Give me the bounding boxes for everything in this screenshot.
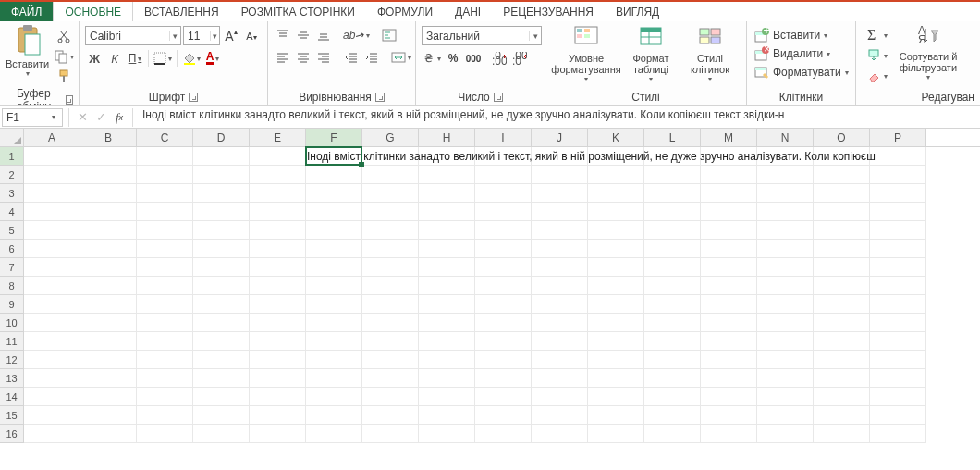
column-header[interactable]: M <box>701 129 757 146</box>
tab-formulas[interactable]: ФОРМУЛИ <box>366 2 444 21</box>
cell[interactable] <box>475 277 532 295</box>
column-header[interactable]: A <box>24 129 80 146</box>
tab-home[interactable]: ОСНОВНЕ <box>53 2 133 21</box>
cell[interactable] <box>362 425 419 443</box>
increase-font-button[interactable]: A▴ <box>222 27 240 45</box>
cell[interactable] <box>475 203 532 221</box>
cell[interactable] <box>80 166 137 184</box>
column-header[interactable]: D <box>193 129 250 146</box>
accounting-format-button[interactable]: ₴▾ <box>422 49 442 68</box>
cell[interactable] <box>870 406 926 425</box>
cell[interactable] <box>701 314 757 332</box>
cell[interactable] <box>419 425 475 443</box>
cell[interactable] <box>475 295 532 314</box>
cell[interactable] <box>870 258 926 277</box>
cell[interactable] <box>644 166 701 184</box>
cell[interactable] <box>80 351 137 369</box>
column-header[interactable]: B <box>80 129 137 146</box>
row-header[interactable]: 13 <box>0 369 24 388</box>
cell[interactable] <box>24 388 80 406</box>
cell[interactable] <box>193 166 250 184</box>
cell[interactable] <box>757 406 814 425</box>
cell[interactable] <box>24 332 80 351</box>
cell[interactable] <box>137 221 193 240</box>
cell[interactable] <box>306 314 362 332</box>
cell[interactable] <box>306 240 362 258</box>
cell[interactable] <box>814 166 870 184</box>
cell[interactable] <box>870 277 926 295</box>
cell[interactable] <box>532 258 588 277</box>
cell[interactable] <box>193 406 250 425</box>
tab-layout[interactable]: РОЗМІТКА СТОРІНКИ <box>230 2 366 21</box>
cell[interactable] <box>644 184 701 203</box>
cell[interactable] <box>419 277 475 295</box>
cell[interactable] <box>137 240 193 258</box>
cell[interactable] <box>644 277 701 295</box>
cell[interactable] <box>24 406 80 425</box>
cell[interactable] <box>250 406 306 425</box>
cell[interactable] <box>419 369 475 388</box>
cell[interactable] <box>193 425 250 443</box>
cell[interactable] <box>644 351 701 369</box>
cell[interactable] <box>193 203 250 221</box>
cell[interactable] <box>362 351 419 369</box>
cell[interactable] <box>814 184 870 203</box>
cell[interactable] <box>475 221 532 240</box>
row-header[interactable]: 9 <box>0 295 24 314</box>
cell[interactable] <box>419 406 475 425</box>
tab-data[interactable]: ДАНІ <box>444 2 492 21</box>
cell[interactable] <box>362 295 419 314</box>
cell-styles-button[interactable]: Стилі клітинок▾ <box>680 23 740 83</box>
cell[interactable] <box>814 295 870 314</box>
number-format-combo[interactable]: ▾ <box>422 26 542 45</box>
conditional-formatting-button[interactable]: Умовне форматування▾ <box>551 23 621 83</box>
cell[interactable] <box>814 332 870 351</box>
cell[interactable] <box>419 166 475 184</box>
cell[interactable] <box>193 240 250 258</box>
cell[interactable] <box>24 425 80 443</box>
column-header[interactable]: I <box>475 129 532 146</box>
align-middle-button[interactable] <box>294 26 312 44</box>
cell[interactable] <box>475 332 532 351</box>
cell[interactable] <box>80 332 137 351</box>
cell[interactable] <box>24 351 80 369</box>
cell[interactable] <box>362 332 419 351</box>
cell[interactable] <box>701 203 757 221</box>
cell[interactable] <box>250 277 306 295</box>
cell[interactable] <box>532 332 588 351</box>
cell[interactable] <box>814 406 870 425</box>
cell[interactable] <box>532 184 588 203</box>
cell[interactable] <box>588 295 644 314</box>
cell[interactable] <box>588 425 644 443</box>
cell[interactable] <box>870 425 926 443</box>
cell[interactable] <box>306 406 362 425</box>
cell[interactable] <box>306 221 362 240</box>
cell[interactable] <box>306 184 362 203</box>
decrease-font-button[interactable]: A▾ <box>242 27 261 45</box>
cell[interactable] <box>193 314 250 332</box>
cell[interactable] <box>80 258 137 277</box>
cell[interactable] <box>362 221 419 240</box>
cell[interactable] <box>870 351 926 369</box>
cell[interactable] <box>475 258 532 277</box>
tab-file[interactable]: ФАЙЛ <box>0 2 53 21</box>
cell[interactable] <box>532 425 588 443</box>
format-as-table-button[interactable]: Формат таблиці▾ <box>621 23 680 83</box>
cell[interactable] <box>362 277 419 295</box>
cell[interactable] <box>362 369 419 388</box>
cell[interactable] <box>306 369 362 388</box>
cell[interactable] <box>306 332 362 351</box>
cell[interactable] <box>419 351 475 369</box>
copy-button[interactable]: ▾ <box>53 47 75 66</box>
cell[interactable] <box>24 184 80 203</box>
row-header[interactable]: 5 <box>0 221 24 240</box>
cell[interactable] <box>362 314 419 332</box>
format-painter-button[interactable] <box>53 68 75 86</box>
fill-color-button[interactable]: ▾ <box>181 49 202 68</box>
cell[interactable] <box>701 351 757 369</box>
cell[interactable] <box>644 203 701 221</box>
cell[interactable] <box>757 369 814 388</box>
column-header[interactable]: N <box>757 129 814 146</box>
cell[interactable] <box>137 166 193 184</box>
cell[interactable] <box>193 388 250 406</box>
